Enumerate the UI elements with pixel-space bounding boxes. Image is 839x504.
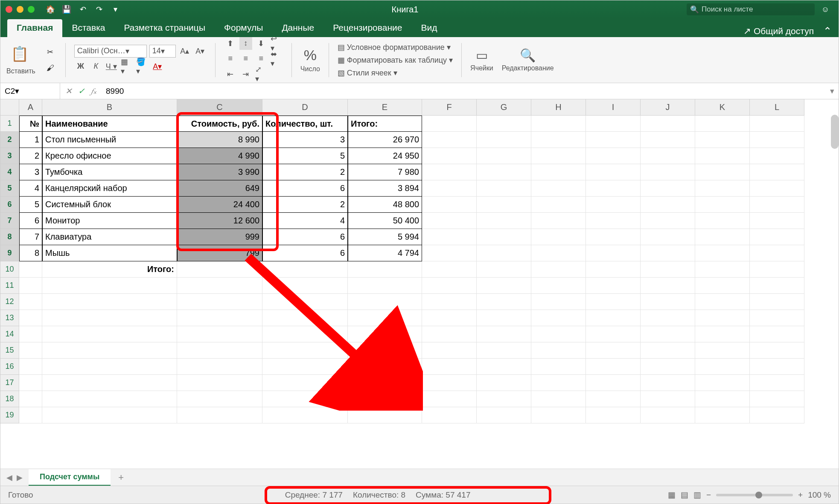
cell[interactable] xyxy=(422,132,477,148)
format-as-table-button[interactable]: ▦ Форматировать как таблицу ▾ xyxy=(338,55,453,65)
cell[interactable] xyxy=(695,310,750,326)
cell[interactable] xyxy=(348,326,422,342)
cell[interactable] xyxy=(531,375,586,391)
fill-color-icon[interactable]: 🪣▾ xyxy=(136,60,149,73)
cell[interactable] xyxy=(750,245,804,261)
cell[interactable] xyxy=(641,359,695,375)
worksheet[interactable]: ABCDEFGHIJKL1№НаименованиеСтоимость, руб… xyxy=(0,99,839,469)
cell[interactable] xyxy=(422,245,477,261)
row-header[interactable]: 15 xyxy=(0,342,19,359)
cell[interactable] xyxy=(477,326,531,342)
cell[interactable] xyxy=(641,261,695,278)
cell[interactable]: 8 xyxy=(19,245,42,261)
cell[interactable]: Итого: xyxy=(42,261,177,278)
cell[interactable] xyxy=(695,116,750,132)
cell[interactable] xyxy=(177,342,262,359)
cell[interactable] xyxy=(750,278,804,294)
orientation-icon[interactable]: ⤢ ▾ xyxy=(255,68,268,81)
cell[interactable] xyxy=(641,180,695,197)
cell[interactable] xyxy=(177,407,262,423)
cell[interactable]: Тумбочка xyxy=(42,164,177,180)
qat-more-icon[interactable]: ▾ xyxy=(110,4,121,15)
cell[interactable] xyxy=(531,391,586,407)
cell[interactable] xyxy=(750,326,804,342)
col-header[interactable]: C xyxy=(177,99,262,116)
cell[interactable] xyxy=(42,326,177,342)
cell[interactable] xyxy=(42,310,177,326)
cell[interactable] xyxy=(177,326,262,342)
cell[interactable]: 3 xyxy=(262,132,348,148)
cell[interactable] xyxy=(422,261,477,278)
italic-button[interactable]: К xyxy=(90,60,102,73)
cell[interactable] xyxy=(531,132,586,148)
cell[interactable] xyxy=(750,213,804,229)
cell[interactable] xyxy=(750,180,804,197)
cell[interactable] xyxy=(348,407,422,423)
cell[interactable] xyxy=(19,407,42,423)
row-header[interactable]: 14 xyxy=(0,326,19,342)
cell[interactable]: № xyxy=(19,116,42,132)
cell[interactable] xyxy=(586,148,641,164)
cell[interactable]: 8 990 xyxy=(177,132,262,148)
cell[interactable] xyxy=(348,278,422,294)
cell[interactable] xyxy=(19,326,42,342)
cell[interactable]: Стол письменный xyxy=(42,132,177,148)
cell[interactable] xyxy=(262,359,348,375)
cell[interactable] xyxy=(586,164,641,180)
cell[interactable] xyxy=(586,213,641,229)
cell[interactable] xyxy=(750,342,804,359)
sheet-prev-icon[interactable]: ◀ xyxy=(6,473,12,482)
cell[interactable] xyxy=(695,180,750,197)
cell[interactable]: Канцелярский набор xyxy=(42,180,177,197)
cell[interactable] xyxy=(750,407,804,423)
share-button[interactable]: ↗ Общий доступ xyxy=(743,26,814,36)
cell[interactable] xyxy=(422,310,477,326)
cell[interactable] xyxy=(42,407,177,423)
cell[interactable] xyxy=(348,391,422,407)
cell[interactable] xyxy=(695,326,750,342)
cell[interactable] xyxy=(19,391,42,407)
cell[interactable] xyxy=(695,148,750,164)
cell[interactable] xyxy=(262,278,348,294)
cell[interactable] xyxy=(695,375,750,391)
cell[interactable] xyxy=(531,116,586,132)
cell[interactable] xyxy=(477,148,531,164)
save-icon[interactable]: 💾 xyxy=(61,4,72,15)
cell[interactable] xyxy=(262,261,348,278)
row-header[interactable]: 8 xyxy=(0,229,19,245)
cell[interactable] xyxy=(477,261,531,278)
cell[interactable] xyxy=(695,132,750,148)
cell[interactable] xyxy=(695,197,750,213)
align-top-icon[interactable]: ⬆ xyxy=(224,37,237,50)
collapse-ribbon-icon[interactable]: ⌃ xyxy=(823,25,832,37)
cell[interactable] xyxy=(348,261,422,278)
cell[interactable] xyxy=(262,326,348,342)
cell[interactable] xyxy=(531,294,586,310)
cell[interactable] xyxy=(477,180,531,197)
row-header[interactable]: 11 xyxy=(0,278,19,294)
cell[interactable] xyxy=(641,375,695,391)
cell[interactable] xyxy=(750,229,804,245)
cut-icon[interactable]: ✂ xyxy=(44,46,57,58)
cell[interactable] xyxy=(262,310,348,326)
cell[interactable] xyxy=(477,359,531,375)
cell[interactable] xyxy=(531,229,586,245)
cell[interactable]: 6 xyxy=(262,180,348,197)
align-bottom-icon[interactable]: ⬇ xyxy=(255,37,268,50)
cell[interactable] xyxy=(531,213,586,229)
row-header[interactable]: 17 xyxy=(0,375,19,391)
cell[interactable] xyxy=(695,342,750,359)
cell[interactable] xyxy=(422,180,477,197)
cell[interactable]: 4 xyxy=(262,213,348,229)
home-icon[interactable]: 🏠 xyxy=(45,4,56,15)
cell[interactable]: 6 xyxy=(19,213,42,229)
cell[interactable] xyxy=(531,407,586,423)
col-header[interactable]: B xyxy=(42,99,177,116)
shrink-font-icon[interactable]: A▾ xyxy=(194,45,207,58)
cell[interactable] xyxy=(531,164,586,180)
cell[interactable] xyxy=(19,310,42,326)
tab-layout[interactable]: Разметка страницы xyxy=(114,19,215,37)
smile-icon[interactable]: ☺ xyxy=(820,4,831,15)
align-middle-icon[interactable]: ↕ xyxy=(239,37,252,50)
row-header[interactable]: 7 xyxy=(0,213,19,229)
